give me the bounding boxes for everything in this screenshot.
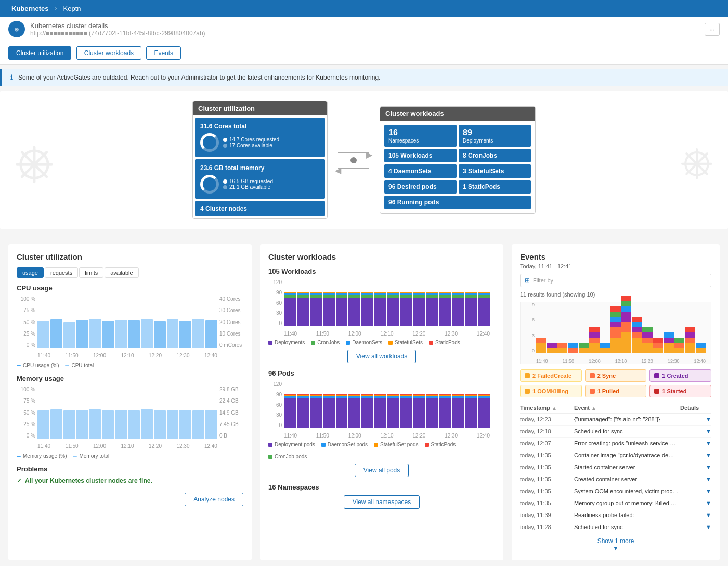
events-x-axis: 11:4011:5012:0012:1012:2012:3012:40 — [536, 358, 706, 364]
event-msg-1: Scheduled for sync — [574, 428, 678, 434]
workloads-item[interactable]: 105 Workloads — [384, 149, 457, 162]
pods-legend: Deployment pods DaemonSet pods StatefulS… — [268, 442, 495, 459]
event-ts-3: today, 11:35 — [520, 452, 572, 458]
desired-pods-item[interactable]: 96 Desired pods — [384, 180, 457, 194]
event-ts-0: today, 12:23 — [520, 416, 572, 422]
utilization-sub-tabs: usage requests limits available — [17, 267, 243, 278]
event-msg-2: Error creating: pods "unleash-service-cc… — [574, 440, 678, 446]
event-msg-3: Container image "gcr.io/dynatrace-demoab… — [574, 452, 678, 458]
running-pods-item[interactable]: 96 Running pods — [384, 196, 531, 209]
diagram-utilization-title: Cluster utilization — [193, 101, 327, 115]
events-chart: 9630 11:4011:5012:0012:1012:2012:3012:40 — [520, 302, 711, 364]
badge-failed-create[interactable]: 2 FailedCreate — [520, 369, 582, 382]
cores-section: 31.6 Cores total 14.7 Cores requested 17… — [195, 118, 325, 157]
pods-count-label: 96 Pods — [268, 369, 495, 377]
memory-donut-row: 16.5 GB requested 21.1 GB available — [200, 175, 320, 194]
memory-usage-title: Memory usage — [17, 375, 243, 382]
badge-created[interactable]: 1 Created — [649, 369, 711, 382]
event-expand-9[interactable]: ▼ — [680, 524, 711, 530]
workloads-bars — [284, 279, 490, 326]
more-button[interactable]: ··· — [705, 23, 720, 36]
show-more-button[interactable]: Show 1 more▼ — [520, 537, 711, 552]
cronjobs-item[interactable]: 8 CronJobs — [459, 149, 531, 162]
cpu-legend: CPU usage (%) CPU total — [17, 363, 243, 368]
event-expand-8[interactable]: ▼ — [680, 512, 711, 518]
memory-section: 23.6 GB total memory 16.5 GB requested 2… — [195, 159, 325, 199]
events-panel: Events Today, 11:41 - 12:41 ⊞ Filter by … — [512, 244, 720, 560]
event-expand-6[interactable]: ▼ — [680, 488, 711, 494]
cluster-diagram: ⎈ ⎈ Cluster utilization 31.6 Cores total… — [0, 91, 728, 229]
view-all-pods-button[interactable]: View all pods — [355, 464, 409, 477]
view-all-workloads-button[interactable]: View all workloads — [347, 350, 417, 363]
event-ts-6: today, 11:35 — [520, 488, 572, 494]
header-timestamp[interactable]: Timestamp ▲ — [520, 405, 572, 411]
event-msg-0: {"unmanaged": ["fs.aio-nr": "288"]} — [574, 416, 678, 422]
staticpods-item[interactable]: 1 StaticPods — [459, 180, 531, 194]
cpu-chart: 100 %75 %50 %25 %0 % 40 Cores30 Cores20 … — [17, 296, 243, 358]
event-ts-5: today, 11:35 — [520, 476, 572, 482]
badge-oomkilling[interactable]: 1 OOMKilling — [520, 385, 582, 397]
badge-sync[interactable]: 2 Sync — [585, 369, 647, 382]
event-row-3: today, 11:35 Container image "gcr.io/dyn… — [520, 449, 711, 461]
nav-keptn[interactable]: Keptn — [58, 5, 86, 12]
event-row-8: today, 11:39 Readiness probe failed: ▼ — [520, 509, 711, 521]
namespaces-count-label: 16 Namespaces — [268, 483, 495, 491]
info-icon: ℹ — [10, 74, 13, 81]
event-expand-7[interactable]: ▼ — [680, 500, 711, 506]
cluster-utilization-panel: Cluster utilization usage requests limit… — [8, 244, 252, 560]
event-expand-4[interactable]: ▼ — [680, 464, 711, 470]
memory-donut — [200, 175, 219, 194]
daemonsets-item[interactable]: 4 DaemonSets — [384, 164, 457, 178]
sub-tab-requests[interactable]: requests — [45, 267, 78, 278]
cpu-x-axis: 11:4011:5012:0012:1012:2012:3012:40 — [37, 353, 217, 358]
sub-tab-available[interactable]: available — [105, 267, 138, 278]
cluster-icon: ⎈ — [8, 21, 25, 37]
sub-tab-usage[interactable]: usage — [17, 267, 44, 278]
view-all-namespaces-button[interactable]: View all namespaces — [344, 495, 420, 509]
nav-separator: › — [55, 5, 57, 12]
event-expand-2[interactable]: ▼ — [680, 440, 711, 446]
tab-events[interactable]: Events — [146, 46, 181, 60]
event-expand-1[interactable]: ▼ — [680, 428, 711, 434]
cluster-nodes: 4 Cluster nodes — [195, 201, 325, 216]
helm-left-bg: ⎈ — [16, 124, 53, 196]
event-msg-6: System OOM encountered, victim process: … — [574, 488, 678, 494]
cores-title: 31.6 Cores total — [200, 123, 320, 130]
diagram-workloads-title: Cluster workloads — [380, 107, 535, 121]
tab-cluster-workloads[interactable]: Cluster workloads — [76, 46, 141, 60]
memory-title: 23.6 GB total memory — [200, 164, 320, 172]
workloads-count-label: 105 Workloads — [268, 267, 495, 275]
event-msg-9: Scheduled for sync — [574, 524, 678, 530]
nav-kubernetes[interactable]: Kubernetes — [6, 5, 54, 12]
badge-started[interactable]: 1 Started — [649, 385, 711, 397]
event-row-6: today, 11:35 System OOM encountered, vic… — [520, 485, 711, 497]
events-y-axis: 9630 — [521, 302, 536, 353]
tab-cluster-utilization[interactable]: Cluster utilization — [8, 46, 71, 60]
namespaces-item[interactable]: 16 Namespaces — [384, 125, 457, 147]
deployments-item[interactable]: 89 Deployments — [459, 125, 531, 147]
memory-bars — [37, 387, 217, 439]
memory-y-right: 29.8 GB22.4 GB14.9 GB7.45 GB0 B — [217, 387, 243, 439]
header-event[interactable]: Event ▲ — [574, 405, 678, 411]
event-row-9: today, 11:28 Scheduled for sync ▼ — [520, 521, 711, 533]
events-results-count: 11 results found (showing 10) — [520, 291, 711, 298]
event-expand-3[interactable]: ▼ — [680, 452, 711, 458]
sub-tab-limits[interactable]: limits — [79, 267, 103, 278]
bottom-grid: Cluster utilization usage requests limit… — [8, 244, 720, 560]
badge-pulled[interactable]: 1 Pulled — [585, 385, 647, 397]
statefulsets-item[interactable]: 3 StatefulSets — [459, 164, 531, 178]
page-header: ⎈ Kubernetes cluster details http://■■■■… — [0, 17, 728, 42]
utilization-panel-title: Cluster utilization — [17, 252, 243, 261]
event-expand-5[interactable]: ▼ — [680, 476, 711, 482]
memory-legend: Memory usage (%) Memory total — [17, 453, 243, 459]
pods-bars — [284, 381, 490, 428]
event-ts-8: today, 11:39 — [520, 512, 572, 518]
events-filter-bar[interactable]: ⊞ Filter by — [520, 274, 711, 287]
analyze-nodes-button[interactable]: Analyze nodes — [185, 493, 243, 506]
diagram-connector: ▶ ◀ — [338, 152, 369, 169]
workloads-chart: 1209060300 11:4011:5012:0012:1012:2012:3… — [268, 279, 495, 337]
workloads-panel-title: Cluster workloads — [268, 252, 495, 261]
events-table-header: Timestamp ▲ Event ▲ Details — [520, 403, 711, 414]
event-expand-0[interactable]: ▼ — [680, 416, 711, 422]
top-navigation: Kubernetes › Keptn — [0, 0, 728, 17]
